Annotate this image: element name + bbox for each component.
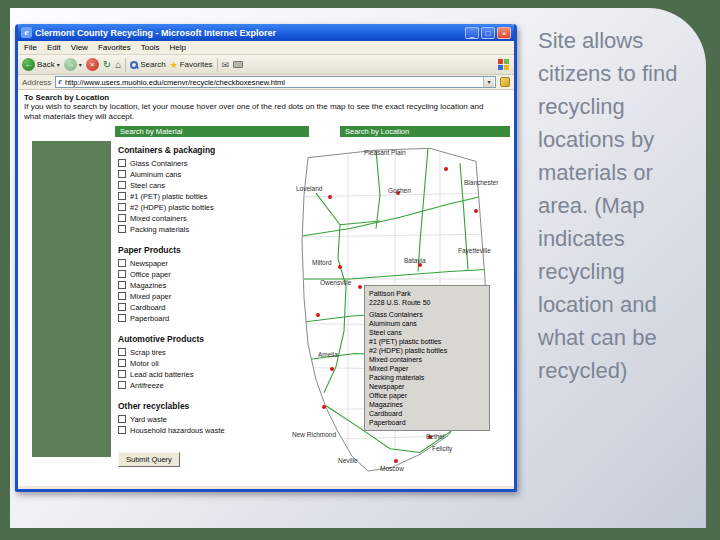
recycling-location-dot[interactable] [394,459,398,463]
material-checkbox[interactable]: Office paper [118,269,278,280]
search-button[interactable]: Search [130,60,165,69]
form-section-title: Other recyclables [118,401,278,411]
address-input[interactable]: e http://www.users.muohio.edu/cmenvr/rec… [55,76,496,88]
ie-logo-icon: e [21,27,32,38]
window-titlebar[interactable]: e Clermont County Recycling - Microsoft … [18,24,514,41]
material-checkbox[interactable]: #1 (PET) plastic bottles [118,191,278,202]
back-dropdown-icon: ▾ [57,61,60,68]
tooltip-material-line: Packing materials [369,373,485,382]
mail-button[interactable]: ✉ [222,60,230,70]
home-icon: ⌂ [115,59,121,70]
tooltip-material-line: #2 (HDPE) plastic bottles [369,346,485,355]
material-checkbox[interactable]: Mixed paper [118,291,278,302]
toolbar: ← Back ▾ → ▾ × ↻ ⌂ [18,55,514,75]
map-place-label: Amelia [318,351,338,358]
material-checkbox[interactable]: Magazines [118,280,278,291]
recycling-location-dot[interactable] [328,195,332,199]
map-place-label: Neville [338,457,358,464]
material-checkbox[interactable]: Cardboard [118,302,278,313]
material-checkbox[interactable]: Yard waste [118,414,278,425]
form-section-title: Containers & packaging [118,145,278,155]
submit-query-button[interactable]: Submit Query [118,452,180,467]
menu-view[interactable]: View [71,43,88,52]
material-checkbox[interactable]: Household hazardous waste [118,425,278,436]
recycling-location-dot[interactable] [474,209,478,213]
recycling-location-dot[interactable] [444,167,448,171]
intro-heading: To Search by Location [24,93,508,102]
print-button[interactable] [233,61,243,68]
tooltip-material-line: Office paper [369,391,485,400]
refresh-button[interactable]: ↻ [103,60,111,70]
intro-block: To Search by Location If you wish to sea… [18,90,514,124]
recycling-location-dot[interactable] [322,405,326,409]
material-checkbox[interactable]: Antifreeze [118,380,278,391]
material-checkbox[interactable]: Aluminum cans [118,169,278,180]
recycling-location-dot[interactable] [330,367,334,371]
window-title: Clermont County Recycling - Microsoft In… [35,28,462,38]
mail-icon: ✉ [222,60,230,70]
intro-text: If you wish to search by location, let y… [24,102,496,122]
search-by-material-header: Search by Material [115,126,309,137]
material-checkbox[interactable]: Scrap tires [118,347,278,358]
forward-button[interactable]: → ▾ [64,58,82,71]
browser-window: e Clermont County Recycling - Microsoft … [15,24,517,492]
close-button[interactable]: × [497,27,511,39]
tooltip-material-line: Steel cans [369,328,485,337]
minimize-button[interactable]: _ [465,27,479,39]
form-section-title: Automotive Products [118,334,278,344]
recycling-location-dot[interactable] [358,285,362,289]
tooltip-material-line: #1 (PET) plastic bottles [369,337,485,346]
material-checkbox[interactable]: Packing materials [118,224,278,235]
form-section-title: Paper Products [118,245,278,255]
menu-bar: File Edit View Favorites Tools Help [18,41,514,55]
address-bar-icon[interactable] [500,77,510,87]
address-url: http://www.users.muohio.edu/cmenvr/recyc… [65,78,480,87]
address-dropdown-button[interactable]: ▾ [483,77,494,87]
material-form: Containers & packaging Glass ContainersA… [118,145,278,467]
map-place-label: Felicity [432,445,452,452]
favorites-button[interactable]: ★ Favorites [170,60,213,70]
maximize-button[interactable]: □ [481,27,495,39]
material-checkbox[interactable]: Glass Containers [118,158,278,169]
map-place-label: Goshen [388,187,411,194]
favorites-star-icon: ★ [170,60,178,70]
material-checkbox[interactable]: #2 (HDPE) plastic bottles [118,202,278,213]
stop-button[interactable]: × [86,58,99,71]
refresh-icon: ↻ [103,60,111,70]
back-button[interactable]: ← Back ▾ [22,58,60,71]
tooltip-material-line: Cardboard [369,409,485,418]
address-label: Address [22,78,51,87]
material-checkbox[interactable]: Motor oil [118,358,278,369]
map-tooltip: Pattison Park 2228 U.S. Route 50 Glass C… [364,285,490,431]
search-label: Search [140,60,165,69]
forward-icon: → [64,58,77,71]
back-label: Back [37,60,55,69]
back-icon: ← [22,58,35,71]
print-icon [233,61,243,68]
recycling-location-dot[interactable] [316,313,320,317]
county-map[interactable]: Pattison Park 2228 U.S. Route 50 Glass C… [280,139,512,486]
map-place-label: Moscow [380,465,404,472]
material-checkbox[interactable]: Steel cans [118,180,278,191]
tooltip-material-line: Aluminum cans [369,319,485,328]
slide-caption: Site allows citizens to find recycling l… [538,24,696,387]
material-checkbox[interactable]: Mixed containers [118,213,278,224]
material-checkbox[interactable]: Paperboard [118,313,278,324]
material-checkbox[interactable]: Newspaper [118,258,278,269]
tooltip-material-line: Paperboard [369,418,485,427]
map-place-label: Pleasant Plain [364,149,406,156]
form-section-automotive: Automotive Products Scrap tiresMotor oil… [118,334,278,391]
tooltip-location-name: Pattison Park [369,289,485,298]
menu-tools[interactable]: Tools [141,43,160,52]
windows-logo-icon [498,59,510,71]
menu-edit[interactable]: Edit [47,43,61,52]
menu-file[interactable]: File [24,43,37,52]
menu-favorites[interactable]: Favorites [98,43,131,52]
address-bar: Address e http://www.users.muohio.edu/cm… [18,75,514,90]
recycling-location-dot[interactable] [338,265,342,269]
home-button[interactable]: ⌂ [115,59,121,70]
material-checkbox[interactable]: Lead acid batteries [118,369,278,380]
menu-help[interactable]: Help [169,43,185,52]
tooltip-material-line: Magazines [369,400,485,409]
tooltip-material-line: Glass Containers [369,310,485,319]
